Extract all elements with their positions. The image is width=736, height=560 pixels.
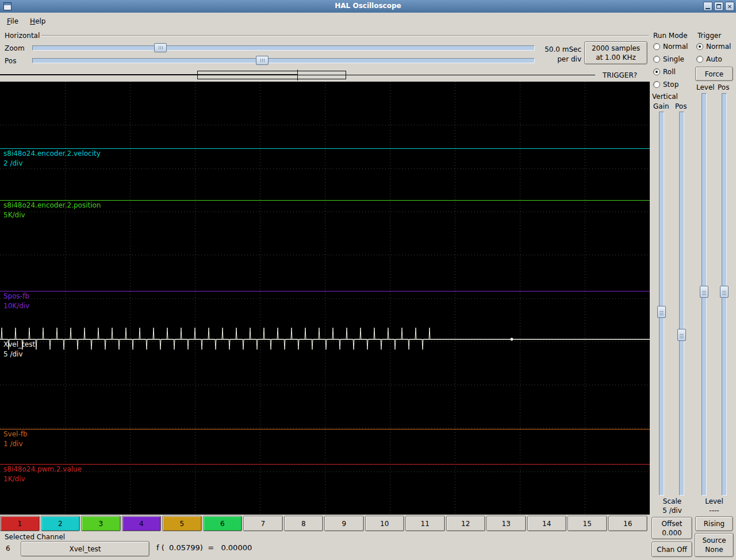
trigger-source-label: Source xyxy=(702,536,726,545)
selected-channel-frame-label: Selected Channel xyxy=(3,533,66,541)
trigger-source-button[interactable]: Source None xyxy=(695,533,734,557)
close-button[interactable]: ✕ xyxy=(725,2,734,11)
channel-button-9[interactable]: 9 xyxy=(324,516,364,531)
run-mode-option-label: Roll xyxy=(663,68,676,76)
channel-button-16[interactable]: 16 xyxy=(608,516,648,531)
radio-icon xyxy=(653,68,660,75)
trigger-mode-option-label: Normal xyxy=(706,43,731,51)
channel-button-3[interactable]: 3 xyxy=(81,516,121,531)
offset-button[interactable]: Offset 0.000 xyxy=(651,517,692,539)
svg-text:5 /div: 5 /div xyxy=(3,350,23,358)
channel-button-11[interactable]: 11 xyxy=(405,516,445,531)
run-mode-frame-label: Run Mode xyxy=(652,32,689,40)
chan-off-button[interactable]: Chan Off xyxy=(651,542,692,557)
trigger-source-value: None xyxy=(705,545,723,554)
vertical-pos-label: Pos xyxy=(675,102,687,110)
channel-button-2[interactable]: 2 xyxy=(41,516,80,531)
vertical-pos-handle[interactable] xyxy=(677,329,686,341)
trigger-level-label: Level xyxy=(696,83,715,91)
pos-slider[interactable] xyxy=(32,56,535,65)
gain-slider-handle[interactable] xyxy=(657,306,666,318)
gain-slider[interactable] xyxy=(657,112,666,496)
svg-text:10K/div: 10K/div xyxy=(3,302,29,310)
trigger-edge-label: Rising xyxy=(704,519,724,528)
scope-display: s8i48o24.encoder.2.velocity2 /divs8i48o2… xyxy=(0,82,650,515)
run-mode-option-label: Normal xyxy=(663,43,688,51)
channel-button-15[interactable]: 15 xyxy=(568,516,607,531)
trigger-level-slider[interactable] xyxy=(700,93,708,496)
close-icon: ✕ xyxy=(727,3,732,10)
svg-text:1K/div: 1K/div xyxy=(3,475,25,483)
rate-value: 50.0 mSec xyxy=(532,45,581,55)
run-mode-single[interactable]: Single xyxy=(653,55,688,64)
channel-button-14[interactable]: 14 xyxy=(527,516,567,531)
minimize-button[interactable] xyxy=(703,2,712,11)
menu-file[interactable]: File xyxy=(2,15,24,28)
channel-button-8[interactable]: 8 xyxy=(284,516,324,531)
run-mode-stop[interactable]: Stop xyxy=(653,80,688,89)
scale-label: Scale xyxy=(651,497,693,506)
scale-readout: Scale 5 /div xyxy=(651,497,693,515)
trigger-status-label: TRIGGER? xyxy=(603,71,637,79)
channel-button-10[interactable]: 10 xyxy=(365,516,405,531)
trigger-pos-label: Pos xyxy=(718,83,729,91)
run-mode-options: NormalSingleRollStop xyxy=(653,42,688,89)
channel-button-1[interactable]: 1 xyxy=(0,516,40,531)
horizontal-frame-label: Horizontal xyxy=(3,32,41,40)
samples-button[interactable]: 2000 samples at 1.00 KHz xyxy=(584,41,647,64)
channel-name-button[interactable]: Xvel_test xyxy=(21,541,150,557)
radio-icon xyxy=(653,81,660,88)
channel-button-6[interactable]: 6 xyxy=(203,516,243,531)
vertical-pos-trough[interactable] xyxy=(679,112,684,496)
channel-button-13[interactable]: 13 xyxy=(486,516,526,531)
svg-text:s8i48o24.encoder.2.velocity: s8i48o24.encoder.2.velocity xyxy=(3,149,101,158)
channel-button-7[interactable]: 7 xyxy=(243,516,283,531)
trigger-mode-auto[interactable]: Auto xyxy=(696,55,731,64)
zoom-slider[interactable] xyxy=(32,43,535,52)
pos-slider-handle[interactable] xyxy=(256,56,269,65)
vertical-pos-slider[interactable] xyxy=(677,112,686,496)
pos-slider-trough[interactable] xyxy=(32,58,535,63)
maximize-button[interactable] xyxy=(714,2,723,11)
force-button[interactable]: Force xyxy=(695,67,733,81)
trigger-pos-slider[interactable] xyxy=(720,93,729,496)
trigger-mode-normal[interactable]: Normal xyxy=(696,42,731,51)
channel-button-12[interactable]: 12 xyxy=(446,516,486,531)
window-controls: ✕ xyxy=(703,2,734,11)
trigger-edge-button[interactable]: Rising xyxy=(695,516,733,531)
svg-text:1 /div: 1 /div xyxy=(3,440,23,448)
samples-line2: at 1.00 KHz xyxy=(596,53,636,62)
run-mode-option-label: Stop xyxy=(663,80,678,89)
radio-icon xyxy=(696,43,703,50)
scale-value: 5 /div xyxy=(651,506,693,515)
channel-button-5[interactable]: 5 xyxy=(162,516,202,531)
trigger-frame-label: Trigger xyxy=(696,32,722,40)
zoom-slider-handle[interactable] xyxy=(154,43,167,52)
zoom-slider-trough[interactable] xyxy=(32,45,535,51)
record-window-box xyxy=(197,71,346,79)
pos-label: Pos xyxy=(5,57,16,65)
offset-label: Offset xyxy=(661,519,682,528)
menu-bar: File Help xyxy=(0,13,736,30)
minimize-icon xyxy=(706,8,710,9)
channel-buttons: 12345678910111213141516 xyxy=(0,516,647,531)
channel-value-readout: f ( 0.05799) = 0.00000 xyxy=(156,543,252,552)
trigger-level-handle[interactable] xyxy=(700,286,708,298)
trigger-pos-handle[interactable] xyxy=(720,286,729,298)
title-bar: HAL Oscilloscope ✕ xyxy=(0,0,736,13)
maximize-icon xyxy=(716,4,721,9)
channel-button-4[interactable]: 4 xyxy=(122,516,162,531)
gain-slider-trough[interactable] xyxy=(659,112,664,496)
run-mode-option-label: Single xyxy=(663,55,684,63)
channel-name-label: Xvel_test xyxy=(69,544,101,554)
run-mode-normal[interactable]: Normal xyxy=(653,42,688,51)
selected-channel-number: 6 xyxy=(6,544,10,553)
svg-text:Spos-fb: Spos-fb xyxy=(3,292,29,300)
zoom-label: Zoom xyxy=(5,44,25,52)
trigger-mode-option-label: Auto xyxy=(706,55,722,63)
menu-help[interactable]: Help xyxy=(25,15,51,28)
window-title: HAL Oscilloscope xyxy=(0,2,736,10)
run-mode-roll[interactable]: Roll xyxy=(653,67,688,76)
vertical-frame-label: Vertical xyxy=(651,93,679,101)
radio-icon xyxy=(653,43,660,50)
